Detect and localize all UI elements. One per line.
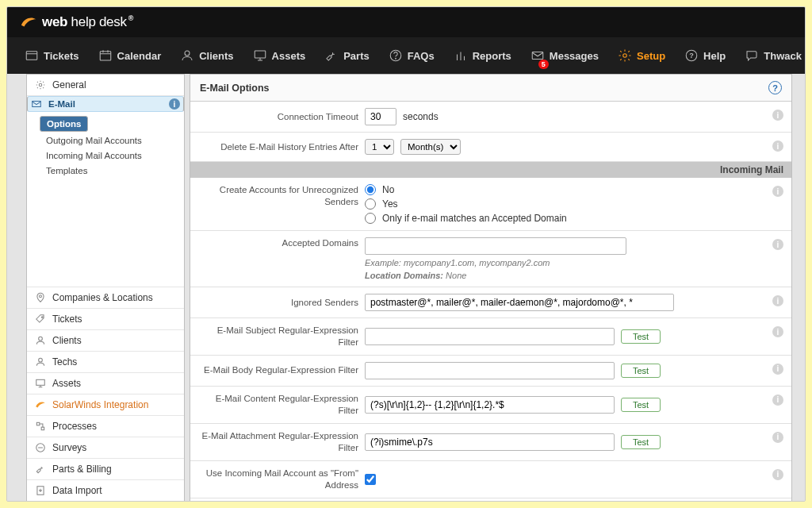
sidebar-general[interactable]: General bbox=[27, 75, 184, 96]
solarwinds-icon bbox=[35, 399, 46, 410]
sidebar-processes[interactable]: Processes bbox=[27, 416, 184, 437]
svg-rect-28 bbox=[36, 422, 40, 425]
svg-point-11 bbox=[395, 58, 396, 59]
svg-point-6 bbox=[185, 51, 190, 56]
panel-title: E-Mail Options bbox=[200, 83, 270, 94]
info-icon[interactable]: i bbox=[772, 110, 783, 121]
info-icon[interactable]: i bbox=[772, 432, 783, 443]
from-checkbox[interactable] bbox=[365, 474, 376, 485]
content-test-button[interactable]: Test bbox=[621, 398, 661, 412]
info-icon[interactable]: i bbox=[772, 239, 783, 250]
logo-icon bbox=[20, 13, 37, 31]
timeout-input[interactable] bbox=[365, 108, 396, 125]
info-icon[interactable]: i bbox=[169, 98, 180, 110]
parts-icon bbox=[324, 48, 339, 63]
delete-unit-select[interactable]: Month(s) bbox=[400, 139, 461, 155]
reports-icon bbox=[454, 48, 468, 63]
body-test-button[interactable]: Test bbox=[621, 364, 661, 378]
monitor-icon bbox=[35, 378, 46, 389]
gear-icon bbox=[35, 79, 46, 90]
create-onlyif-radio[interactable] bbox=[365, 213, 376, 224]
attach-input[interactable] bbox=[365, 433, 615, 451]
nav-faqs[interactable]: FAQs bbox=[381, 44, 442, 67]
assets-icon bbox=[253, 48, 267, 63]
email-subnav: Options Outgoing Mail Accounts Incoming … bbox=[27, 112, 184, 183]
nav-reports[interactable]: Reports bbox=[446, 44, 519, 67]
info-icon[interactable]: i bbox=[772, 469, 783, 480]
sub-templates[interactable]: Templates bbox=[40, 164, 179, 178]
email-options-panel: E-Mail Options ? Connection Timeout seco… bbox=[190, 74, 792, 502]
row-accepted-domains: Accepted Domains Example: mycompany1.com… bbox=[190, 231, 791, 287]
nav-calendar[interactable]: Calendar bbox=[90, 44, 170, 67]
row-attachment-filter: E-Mail Attachment Regular-Expression Fil… bbox=[190, 424, 791, 461]
sidebar-parts-billing[interactable]: Parts & Billing bbox=[27, 459, 184, 480]
panel-help-button[interactable]: ? bbox=[768, 81, 782, 94]
create-yes-radio[interactable] bbox=[365, 198, 376, 210]
ignored-label: Ignored Senders bbox=[200, 297, 358, 309]
setup-sidebar: General E-Mail i Options Outgoing Mail A… bbox=[26, 74, 185, 502]
content-label: E-Mail Content Regular-Expression Filter bbox=[200, 393, 358, 417]
info-icon[interactable]: i bbox=[772, 394, 783, 406]
sub-outgoing[interactable]: Outgoing Mail Accounts bbox=[40, 133, 179, 148]
svg-rect-7 bbox=[255, 51, 266, 58]
wrench-icon bbox=[35, 464, 46, 475]
info-icon[interactable]: i bbox=[772, 364, 783, 375]
row-timeout: Connection Timeout seconds i bbox=[190, 102, 791, 133]
delete-num-select[interactable]: 1 bbox=[365, 139, 394, 155]
row-content-filter: E-Mail Content Regular-Expression Filter… bbox=[190, 387, 791, 424]
row-create-accounts: Create Accounts for Unrecognized Senders… bbox=[190, 178, 791, 231]
help-icon: ? bbox=[684, 48, 699, 63]
nav-messages[interactable]: Messages 5 bbox=[523, 44, 607, 67]
calendar-icon bbox=[98, 48, 113, 63]
info-icon[interactable]: i bbox=[772, 326, 783, 337]
ignored-input[interactable] bbox=[365, 294, 674, 311]
ticket-icon bbox=[25, 48, 39, 63]
body-input[interactable] bbox=[365, 362, 615, 379]
sub-options[interactable]: Options bbox=[40, 116, 88, 132]
nav-help[interactable]: ? Help bbox=[676, 44, 733, 67]
sidebar-email[interactable]: E-Mail i bbox=[27, 96, 184, 112]
tag-icon bbox=[35, 314, 46, 325]
svg-point-22 bbox=[41, 317, 43, 318]
subject-input[interactable] bbox=[365, 328, 615, 345]
delete-label: Delete E-Mail History Entries After bbox=[200, 141, 358, 153]
row-subject-filter: E-Mail Subject Regular-Expression Filter… bbox=[190, 318, 791, 356]
subject-label: E-Mail Subject Regular-Expression Filter bbox=[200, 325, 358, 348]
sidebar-tickets-setup[interactable]: Tickets bbox=[27, 309, 184, 330]
attach-test-button[interactable]: Test bbox=[621, 435, 661, 449]
nav-setup[interactable]: Setup bbox=[610, 44, 673, 67]
person-icon bbox=[35, 335, 46, 346]
svg-point-19 bbox=[39, 83, 42, 87]
faq-icon bbox=[389, 48, 403, 63]
sidebar-techs[interactable]: Techs bbox=[27, 352, 184, 373]
sidebar-data-import[interactable]: Data Import bbox=[27, 480, 184, 502]
nav-tickets[interactable]: Tickets bbox=[17, 44, 87, 67]
panel-header: E-Mail Options ? bbox=[190, 75, 791, 102]
sidebar-companies[interactable]: Companies & Locations bbox=[27, 287, 184, 309]
svg-rect-0 bbox=[26, 52, 37, 60]
subject-test-button[interactable]: Test bbox=[621, 329, 661, 344]
messages-badge: 5 bbox=[538, 60, 549, 69]
nav-parts[interactable]: Parts bbox=[316, 44, 377, 67]
info-icon[interactable]: i bbox=[772, 186, 783, 197]
timeout-label: Connection Timeout bbox=[200, 111, 358, 123]
svg-rect-25 bbox=[36, 379, 45, 385]
nav-clients[interactable]: Clients bbox=[172, 44, 241, 67]
nav-thwack[interactable]: Thwack bbox=[737, 44, 806, 67]
sidebar-assets-setup[interactable]: Assets bbox=[27, 373, 184, 394]
sidebar-surveys[interactable]: Surveys bbox=[27, 437, 184, 459]
main-nav: Tickets Calendar Clients Assets Parts FA… bbox=[7, 37, 805, 74]
incoming-header: Incoming Mail bbox=[190, 162, 791, 178]
sidebar-clients-setup[interactable]: Clients bbox=[27, 330, 184, 352]
mail-icon bbox=[31, 98, 42, 110]
domains-label: Accepted Domains bbox=[200, 237, 358, 249]
sidebar-solarwinds[interactable]: SolarWinds Integration bbox=[27, 394, 184, 416]
content-input[interactable] bbox=[365, 396, 615, 414]
nav-assets[interactable]: Assets bbox=[245, 44, 314, 67]
info-icon[interactable]: i bbox=[772, 295, 783, 306]
from-label: Use Incoming Mail Account as "From" Addr… bbox=[200, 468, 358, 491]
sub-incoming[interactable]: Incoming Mail Accounts bbox=[40, 148, 179, 163]
create-no-radio[interactable] bbox=[365, 184, 376, 195]
info-icon[interactable]: i bbox=[772, 140, 783, 152]
domains-input[interactable] bbox=[365, 237, 626, 255]
